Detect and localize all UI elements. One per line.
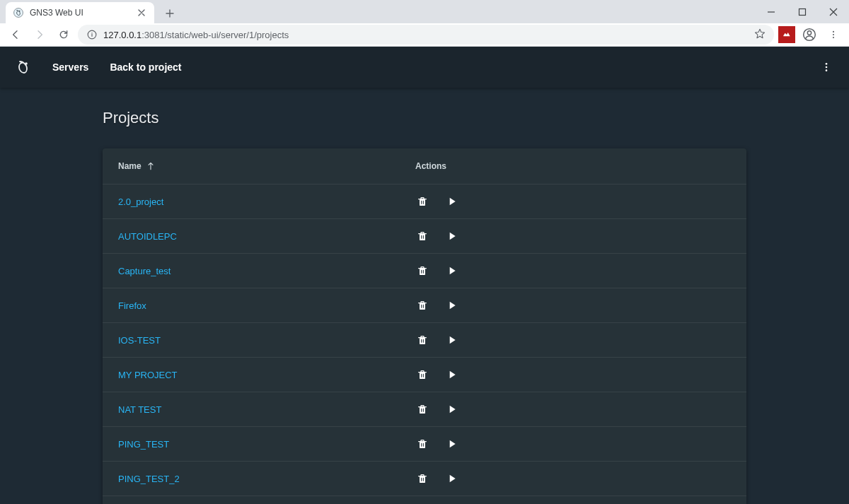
- svg-point-8: [833, 37, 834, 38]
- table-row: MY PROJECT: [103, 357, 746, 392]
- window-close-button[interactable]: [818, 0, 849, 23]
- svg-rect-20: [420, 442, 425, 448]
- svg-rect-13: [420, 199, 425, 206]
- play-icon[interactable]: [445, 368, 459, 382]
- browser-menu-icon[interactable]: [824, 25, 843, 45]
- row-actions: [415, 368, 514, 382]
- delete-icon[interactable]: [415, 333, 429, 347]
- svg-rect-19: [420, 407, 425, 414]
- row-actions: [415, 264, 514, 278]
- svg-point-10: [826, 63, 828, 65]
- play-icon[interactable]: [445, 298, 459, 312]
- play-icon[interactable]: [445, 437, 459, 451]
- app-root: Servers Back to project Projects Name Ac…: [0, 47, 849, 504]
- content: Projects Name Actions 2.0_projectAUTOIDL…: [0, 88, 849, 504]
- delete-icon[interactable]: [415, 368, 429, 382]
- app-menu-icon[interactable]: [818, 59, 835, 76]
- bookmark-star-icon[interactable]: [754, 28, 766, 42]
- window-maximize-button[interactable]: [787, 0, 818, 23]
- project-link[interactable]: NAT TEST: [118, 404, 415, 415]
- projects-table: Name Actions 2.0_projectAUTOIDLEPCCaptur…: [103, 148, 746, 504]
- svg-point-5: [807, 31, 811, 35]
- table-row: Firefox: [103, 288, 746, 322]
- column-header-actions: Actions: [415, 161, 514, 171]
- svg-point-1: [19, 11, 21, 12]
- project-link[interactable]: PING_TEST: [118, 439, 415, 450]
- column-header-name[interactable]: Name: [118, 161, 415, 171]
- browser-tab[interactable]: GNS3 Web UI: [6, 2, 154, 23]
- svg-rect-16: [420, 303, 425, 310]
- svg-point-6: [833, 31, 834, 33]
- project-link[interactable]: MY PROJECT: [118, 370, 415, 380]
- delete-icon[interactable]: [415, 471, 429, 486]
- sort-asc-icon: [146, 161, 156, 171]
- site-info-icon[interactable]: [86, 29, 98, 40]
- table-row: 2.0_project: [103, 184, 746, 218]
- row-actions: [415, 471, 514, 486]
- window-minimize-button[interactable]: [756, 0, 787, 23]
- table-row: AUTOIDLEPC: [103, 218, 746, 253]
- delete-icon[interactable]: [415, 437, 429, 451]
- table-row: PING_TEST: [103, 426, 746, 461]
- row-actions: [415, 437, 514, 451]
- delete-icon[interactable]: [415, 264, 429, 278]
- delete-icon[interactable]: [415, 402, 429, 416]
- profile-avatar-icon[interactable]: [799, 25, 819, 45]
- play-icon[interactable]: [445, 333, 459, 347]
- play-icon[interactable]: [445, 194, 459, 209]
- reload-button[interactable]: [54, 25, 74, 45]
- svg-rect-17: [420, 338, 425, 344]
- project-link[interactable]: AUTOIDLEPC: [118, 231, 415, 242]
- browser-tab-bar: GNS3 Web UI: [0, 0, 849, 23]
- row-actions: [415, 229, 514, 243]
- tab-close-icon[interactable]: [136, 7, 147, 18]
- table-row: NAT TEST: [103, 392, 746, 426]
- svg-rect-18: [420, 373, 425, 379]
- pdf-extension-icon[interactable]: [778, 26, 795, 43]
- row-actions: [415, 402, 514, 416]
- play-icon[interactable]: [445, 229, 459, 243]
- delete-icon[interactable]: [415, 194, 429, 209]
- svg-rect-15: [420, 269, 425, 275]
- gns3-favicon-icon: [13, 7, 24, 18]
- row-actions: [415, 333, 514, 347]
- address-bar[interactable]: 127.0.0.1:3081/static/web-ui/server/1/pr…: [78, 25, 774, 45]
- new-tab-button[interactable]: [160, 4, 180, 23]
- play-icon[interactable]: [445, 264, 459, 278]
- table-row: Capture_test: [103, 253, 746, 288]
- nav-back-to-project[interactable]: Back to project: [110, 61, 181, 73]
- svg-point-12: [826, 69, 828, 71]
- svg-point-0: [14, 8, 23, 18]
- window-controls: [756, 0, 849, 23]
- forward-button[interactable]: [30, 25, 50, 45]
- svg-point-7: [833, 34, 834, 35]
- play-icon[interactable]: [445, 471, 459, 486]
- table-row: REMOTE_CAPTURE_TEST: [103, 496, 746, 504]
- back-button[interactable]: [6, 25, 25, 45]
- url-text: 127.0.0.1:3081/static/web-ui/server/1/pr…: [103, 30, 749, 40]
- project-link[interactable]: IOS-TEST: [118, 335, 415, 346]
- project-link[interactable]: Capture_test: [118, 266, 415, 276]
- table-row: IOS-TEST: [103, 322, 746, 357]
- row-actions: [415, 298, 514, 312]
- svg-rect-21: [420, 476, 425, 483]
- project-link[interactable]: PING_TEST_2: [118, 474, 415, 484]
- svg-point-9: [25, 62, 28, 65]
- table-header: Name Actions: [103, 148, 746, 184]
- nav-servers[interactable]: Servers: [52, 61, 88, 73]
- app-header: Servers Back to project: [0, 47, 849, 88]
- svg-rect-14: [420, 234, 425, 240]
- svg-point-11: [826, 66, 828, 69]
- svg-rect-2: [799, 8, 806, 15]
- project-link[interactable]: Firefox: [118, 300, 415, 311]
- project-link[interactable]: 2.0_project: [118, 197, 415, 207]
- delete-icon[interactable]: [415, 229, 429, 243]
- browser-toolbar: 127.0.0.1:3081/static/web-ui/server/1/pr…: [0, 23, 849, 47]
- delete-icon[interactable]: [415, 298, 429, 312]
- page-title: Projects: [103, 109, 746, 127]
- row-actions: [415, 194, 514, 209]
- gns3-logo-icon[interactable]: [14, 59, 31, 76]
- column-name-label: Name: [118, 161, 142, 171]
- play-icon[interactable]: [445, 402, 459, 416]
- tab-title: GNS3 Web UI: [30, 8, 130, 18]
